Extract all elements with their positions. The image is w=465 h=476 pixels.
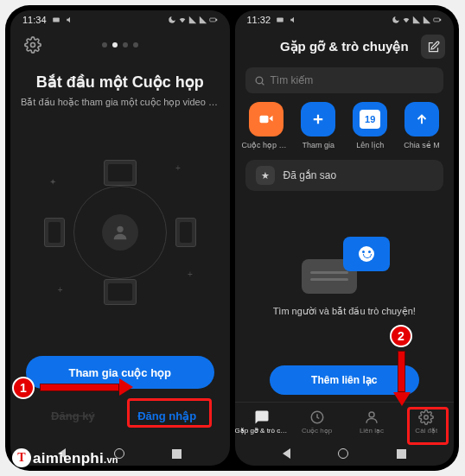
status-bar: 11:32 — [235, 10, 455, 29]
header: Gặp gỡ & trò chuyện — [235, 29, 455, 64]
page-indicator — [102, 42, 138, 48]
calendar-icon: 19 — [353, 102, 387, 136]
person-icon — [102, 214, 138, 251]
battery-icon — [433, 16, 442, 24]
annotation-highlight-settings — [407, 407, 449, 445]
svg-line-9 — [261, 82, 263, 84]
quick-actions: Cuộc họp mới Tham gia 19 Lên lịch Chia s… — [235, 100, 455, 158]
empty-state: Tìm người và bắt đầu trò chuyện! — [235, 193, 455, 360]
battery-icon — [209, 16, 218, 24]
svg-rect-10 — [260, 116, 269, 123]
empty-text: Tìm người và bắt đầu trò chuyện! — [273, 306, 416, 317]
annotation-badge-2: 2 — [390, 325, 412, 347]
svg-rect-7 — [440, 19, 441, 21]
signal-icon — [412, 16, 421, 24]
signal-icon — [188, 16, 197, 24]
header — [10, 29, 230, 60]
action-new-meeting[interactable]: Cuộc họp mới — [242, 102, 292, 149]
chat-icon — [254, 409, 270, 425]
chat-bubble-icon — [343, 237, 390, 271]
vol-icon — [290, 16, 298, 24]
video-icon — [249, 102, 283, 136]
watermark-logo: T — [12, 448, 31, 467]
signal-icon — [199, 16, 207, 24]
phone-left: 11:34 Bắt đầu một Cuộc họp Bắt đầu hoặc … — [10, 10, 230, 466]
svg-point-3 — [31, 43, 35, 48]
nav-back-icon[interactable] — [283, 448, 290, 459]
phone-icon — [175, 218, 196, 247]
status-time: 11:32 — [247, 15, 271, 25]
wifi-icon — [402, 16, 411, 24]
svg-rect-1 — [209, 18, 215, 22]
compose-button[interactable] — [421, 35, 445, 59]
watermark: T aimienphi.vn — [12, 448, 118, 467]
annotation-arrow-2 — [398, 351, 405, 392]
smile-icon — [359, 246, 374, 262]
starred-label: Đã gắn sao — [283, 169, 337, 181]
search-placeholder: Tìm kiếm — [271, 74, 314, 86]
svg-rect-6 — [434, 18, 440, 22]
annotation-highlight-signin — [127, 398, 212, 428]
svg-rect-0 — [53, 18, 60, 22]
share-icon — [404, 102, 439, 136]
phone-right: 11:32 Gặp gỡ & trò chuyện Tìm kiếm — [235, 10, 455, 466]
contacts-icon — [364, 409, 379, 425]
clock-icon — [309, 409, 325, 425]
search-input[interactable]: Tìm kiếm — [245, 67, 444, 93]
signup-link[interactable]: Đăng ký — [26, 404, 120, 428]
plus-icon — [301, 102, 335, 136]
tab-contacts[interactable]: Liên lạc — [344, 403, 398, 441]
page-title: Bắt đầu một Cuộc họp — [10, 73, 230, 92]
settings-icon[interactable] — [24, 36, 41, 54]
moon-icon — [168, 16, 176, 24]
tablet-icon — [44, 218, 65, 247]
status-bar: 11:34 — [10, 10, 230, 29]
laptop-icon — [104, 279, 137, 305]
nav-home-icon[interactable] — [338, 448, 348, 459]
svg-rect-5 — [277, 18, 283, 22]
page-subtitle: Bắt đầu hoặc tham gia một cuộc họp video… — [10, 97, 230, 108]
nav-recent-icon[interactable] — [172, 449, 182, 459]
add-contact-button[interactable]: Thêm liên lạc — [270, 365, 420, 395]
starred-row[interactable]: ★ Đã gắn sao — [245, 160, 444, 191]
search-icon — [254, 75, 265, 86]
wallet-icon — [52, 16, 61, 24]
android-nav-bar — [235, 441, 455, 466]
svg-point-4 — [117, 225, 123, 232]
vol-icon — [66, 16, 74, 24]
annotation-arrow-1 — [40, 384, 119, 391]
action-share[interactable]: Chia sẻ M — [397, 102, 447, 149]
svg-point-8 — [256, 77, 263, 84]
status-time: 11:34 — [22, 15, 47, 25]
moon-icon — [392, 16, 400, 24]
annotation-badge-1: 1 — [12, 377, 35, 399]
laptop-icon — [104, 160, 137, 186]
wallet-icon — [276, 16, 284, 24]
svg-point-14 — [369, 412, 374, 417]
tab-meeting[interactable]: Cuộc họp — [290, 403, 344, 441]
header-title: Gặp gỡ & trò chuyện — [280, 39, 409, 54]
action-join[interactable]: Tham gia — [293, 102, 343, 149]
wifi-icon — [178, 16, 187, 24]
action-schedule[interactable]: 19 Lên lịch — [345, 102, 395, 149]
onboarding-illustration: ✦ + + + — [10, 115, 230, 349]
svg-rect-2 — [216, 19, 217, 21]
star-icon: ★ — [256, 166, 275, 185]
tab-chat[interactable]: Gặp gỡ & trò ch... — [235, 403, 290, 441]
signal-icon — [423, 16, 431, 24]
nav-recent-icon[interactable] — [397, 449, 406, 459]
